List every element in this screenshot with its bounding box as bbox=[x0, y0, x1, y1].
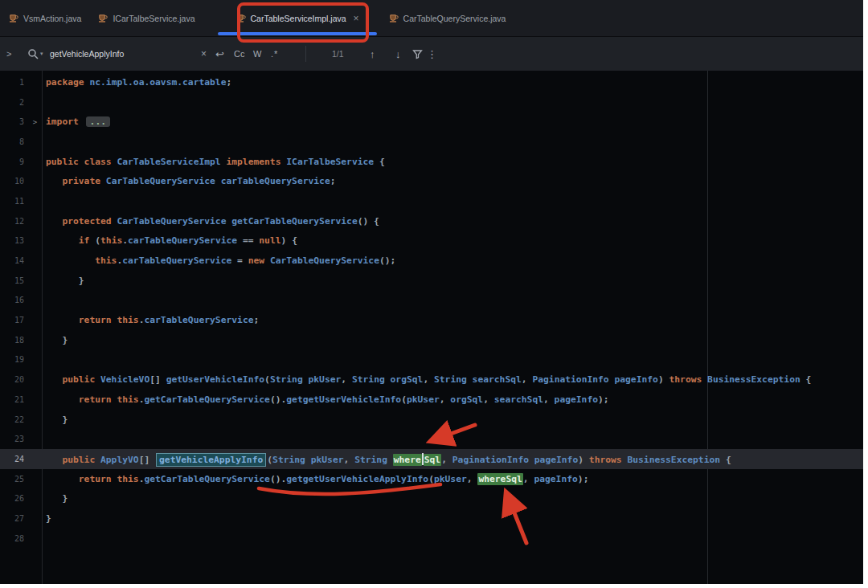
code-text: public ApplyVO[] getVehicleApplyInfo(Str… bbox=[46, 453, 863, 465]
code-line-14[interactable]: 14 this.carTableQueryService = new CarTa… bbox=[0, 251, 863, 271]
tab-CarTableServiceImpl.java[interactable]: CarTableServiceImpl.java× bbox=[218, 0, 377, 36]
previous-match-button[interactable]: ↑ bbox=[370, 37, 375, 71]
line-number[interactable]: 21 bbox=[0, 395, 24, 404]
code-line-19[interactable]: 19 bbox=[0, 350, 863, 370]
line-number[interactable]: 19 bbox=[0, 355, 24, 364]
code-line-28[interactable]: 28 bbox=[0, 529, 863, 549]
code-line-21[interactable]: 21 return this.getCarTableQueryService()… bbox=[0, 390, 863, 410]
code-segment: pageInfo bbox=[534, 455, 578, 465]
code-line-27[interactable]: 27} bbox=[0, 508, 863, 529]
code-segment: , bbox=[441, 455, 452, 465]
code-segment: pkUser bbox=[434, 474, 467, 484]
line-number[interactable]: 22 bbox=[0, 415, 24, 424]
code-segment: ); bbox=[578, 474, 589, 484]
code-text: } bbox=[46, 513, 863, 524]
code-segment: import bbox=[46, 116, 84, 127]
code-segment: ) bbox=[658, 374, 669, 385]
java-file-icon bbox=[388, 13, 399, 23]
code-line-12[interactable]: 12 protected CarTableQueryService getCar… bbox=[0, 211, 863, 231]
code-segment: orgSql bbox=[450, 394, 483, 405]
line-number[interactable]: 13 bbox=[0, 236, 24, 245]
line-number[interactable]: 8 bbox=[0, 137, 24, 146]
code-segment bbox=[46, 455, 62, 465]
code-line-23[interactable]: 23 bbox=[0, 429, 863, 449]
line-number[interactable]: 11 bbox=[0, 197, 24, 206]
code-line-9[interactable]: 9public class CarTableServiceImpl implem… bbox=[0, 152, 863, 172]
code-line-17[interactable]: 17 return this.carTableQueryService; bbox=[0, 310, 863, 330]
line-number[interactable]: 28 bbox=[0, 534, 24, 543]
code-segment: public bbox=[62, 455, 100, 465]
tab-VsmAction.java[interactable]: VsmAction.java bbox=[0, 0, 89, 36]
ide-window: VsmAction.javaICarTalbeService.javaCarTa… bbox=[0, 0, 863, 584]
code-text: private CarTableQueryService carTableQue… bbox=[46, 176, 863, 186]
line-number[interactable]: 18 bbox=[0, 336, 24, 345]
code-segment: public bbox=[62, 374, 100, 385]
line-number[interactable]: 27 bbox=[0, 514, 24, 523]
code-segment: CarTableServiceImpl bbox=[117, 157, 220, 167]
code-segment: carTableQueryService bbox=[221, 176, 330, 186]
tab-close-icon[interactable]: × bbox=[354, 14, 359, 23]
line-number[interactable]: 17 bbox=[0, 316, 24, 325]
code-line-26[interactable]: 26 } bbox=[0, 488, 863, 508]
code-line-25[interactable]: 25 return this.getCarTableQueryService()… bbox=[0, 469, 863, 489]
code-line-24[interactable]: 24 public ApplyVO[] getVehicleApplyInfo(… bbox=[0, 449, 863, 469]
tab-bar: VsmAction.javaICarTalbeService.javaCarTa… bbox=[0, 0, 863, 37]
code-segment: throws bbox=[589, 455, 628, 465]
tab-ICarTalbeService.java[interactable]: ICarTalbeService.java bbox=[89, 0, 203, 36]
line-number[interactable]: 9 bbox=[0, 157, 24, 166]
line-number[interactable]: 12 bbox=[0, 217, 24, 226]
code-line-10[interactable]: 10 private CarTableQueryService carTable… bbox=[0, 171, 863, 191]
whole-words-toggle[interactable]: W bbox=[253, 37, 261, 71]
fold-arrow-icon[interactable]: > bbox=[24, 118, 46, 126]
code-line-8[interactable]: 8 bbox=[0, 132, 863, 152]
line-number[interactable]: 2 bbox=[0, 98, 24, 107]
line-number[interactable]: 3 bbox=[0, 117, 24, 126]
code-editor[interactable]: 1package nc.impl.oa.oavsm.cartable;23>im… bbox=[0, 71, 863, 584]
code-line-15[interactable]: 15 } bbox=[0, 271, 863, 291]
next-match-button[interactable]: ↓ bbox=[395, 37, 401, 71]
code-line-20[interactable]: 20 public VehicleVO[] getUserVehicleInfo… bbox=[0, 370, 863, 390]
code-line-13[interactable]: 13 if (this.carTableQueryService == null… bbox=[0, 231, 863, 251]
code-segment bbox=[46, 474, 79, 484]
tab-label: CarTableServiceImpl.java bbox=[251, 14, 346, 23]
line-number[interactable]: 23 bbox=[0, 435, 24, 443]
clear-search-icon[interactable]: × bbox=[201, 37, 207, 71]
more-options-icon[interactable]: ⋮ bbox=[427, 37, 437, 71]
line-number[interactable]: 24 bbox=[0, 455, 24, 463]
code-line-3[interactable]: 3>import ... bbox=[0, 112, 863, 132]
expand-chevron-icon[interactable]: > bbox=[6, 37, 11, 71]
line-number[interactable]: 16 bbox=[0, 296, 24, 304]
line-number[interactable]: 14 bbox=[0, 256, 24, 265]
line-number[interactable]: 25 bbox=[0, 475, 24, 484]
line-number[interactable]: 26 bbox=[0, 494, 24, 503]
code-segment bbox=[387, 455, 393, 465]
line-number[interactable]: 1 bbox=[0, 78, 24, 87]
line-number[interactable]: 15 bbox=[0, 276, 24, 285]
search-input[interactable]: getVehicleApplyInfo bbox=[50, 37, 124, 71]
tab-CarTableQueryService.java[interactable]: CarTableQueryService.java bbox=[380, 0, 514, 36]
code-segment bbox=[46, 216, 62, 227]
match-case-toggle[interactable]: Cc bbox=[234, 37, 244, 71]
line-number[interactable]: 20 bbox=[0, 375, 24, 384]
code-segment: CarTableQueryService bbox=[106, 176, 215, 186]
newline-icon[interactable]: ↩ bbox=[215, 37, 224, 71]
search-icon[interactable]: ▾ bbox=[27, 37, 43, 71]
code-line-1[interactable]: 1package nc.impl.oa.oavsm.cartable; bbox=[0, 72, 863, 92]
code-segment: [] bbox=[149, 374, 166, 385]
code-segment: ApplyVO bbox=[100, 455, 139, 465]
code-segment: public class bbox=[46, 157, 117, 167]
code-line-2[interactable]: 2 bbox=[0, 92, 863, 112]
code-segment: getgetUserVehicleApplyInfo bbox=[286, 474, 428, 484]
code-segment: pkUser bbox=[309, 374, 342, 385]
line-number[interactable]: 10 bbox=[0, 177, 24, 186]
code-line-16[interactable]: 16 bbox=[0, 291, 863, 311]
code-segment: ( bbox=[401, 394, 407, 405]
folded-imports-badge[interactable]: ... bbox=[86, 116, 110, 127]
code-line-11[interactable]: 11 bbox=[0, 191, 863, 211]
code-segment: ); bbox=[598, 394, 609, 405]
code-line-22[interactable]: 22 } bbox=[0, 410, 863, 430]
regex-toggle[interactable]: .* bbox=[271, 37, 278, 71]
code-line-18[interactable]: 18 } bbox=[0, 330, 863, 350]
code-segment: String bbox=[272, 455, 305, 465]
filter-icon[interactable] bbox=[412, 37, 423, 71]
